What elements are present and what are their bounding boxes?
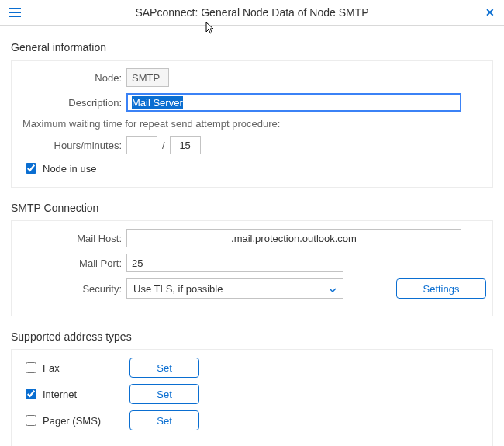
smtp-panel: Mail Host: Mail Port: Security: Use TLS,… <box>11 220 493 316</box>
general-section-title: General information <box>11 41 493 54</box>
hours-field[interactable] <box>126 136 157 154</box>
mail-host-label: Mail Host: <box>18 233 126 244</box>
pager-label: Pager (SMS) <box>43 415 101 427</box>
addr-row-internet: Internet Set <box>18 384 486 404</box>
internet-checkbox[interactable] <box>26 389 36 399</box>
internet-label: Internet <box>43 389 77 400</box>
addr-row-fax: Fax Set <box>18 358 486 378</box>
fax-label: Fax <box>43 362 60 374</box>
addr-section-title: Supported address types <box>11 330 493 343</box>
internet-set-button[interactable]: Set <box>129 384 199 404</box>
fax-set-button[interactable]: Set <box>129 358 199 378</box>
pager-set-button[interactable]: Set <box>129 410 199 430</box>
general-panel: Node: Description: Mail Server Maximum w… <box>11 60 493 188</box>
mail-port-label: Mail Port: <box>18 258 126 269</box>
chevron-down-icon <box>329 283 337 295</box>
slash-separator: / <box>162 140 165 151</box>
node-in-use-label: Node in use <box>43 163 96 175</box>
smtp-section-title: SMTP Connection <box>11 202 493 214</box>
hours-minutes-label: Hours/minutes: <box>18 140 126 151</box>
security-label: Security: <box>18 283 126 295</box>
mail-port-field[interactable] <box>126 254 343 272</box>
menu-icon[interactable] <box>9 8 21 17</box>
node-in-use-checkbox[interactable] <box>26 163 36 174</box>
fax-checkbox[interactable] <box>26 362 36 373</box>
node-field[interactable] <box>126 68 169 87</box>
mail-host-field[interactable] <box>126 229 461 247</box>
close-icon[interactable]: ✕ <box>485 6 495 19</box>
settings-button[interactable]: Settings <box>396 278 486 299</box>
page-title: SAPconnect: General Node Data of Node SM… <box>0 6 504 19</box>
description-field[interactable]: Mail Server <box>126 93 461 112</box>
description-value: Mail Server <box>132 96 183 109</box>
minutes-field[interactable] <box>170 136 201 154</box>
addr-row-pager: Pager (SMS) Set <box>18 410 486 430</box>
node-label: Node: <box>18 72 126 84</box>
wait-text: Maximum waiting time for repeat send att… <box>22 118 486 130</box>
description-label: Description: <box>18 97 126 109</box>
pager-checkbox[interactable] <box>26 415 36 426</box>
addr-panel: Fax Set Internet Set Pager (SMS) Set <box>11 349 493 446</box>
security-value: Use TLS, if possible <box>133 283 223 295</box>
security-select[interactable]: Use TLS, if possible <box>126 278 343 299</box>
